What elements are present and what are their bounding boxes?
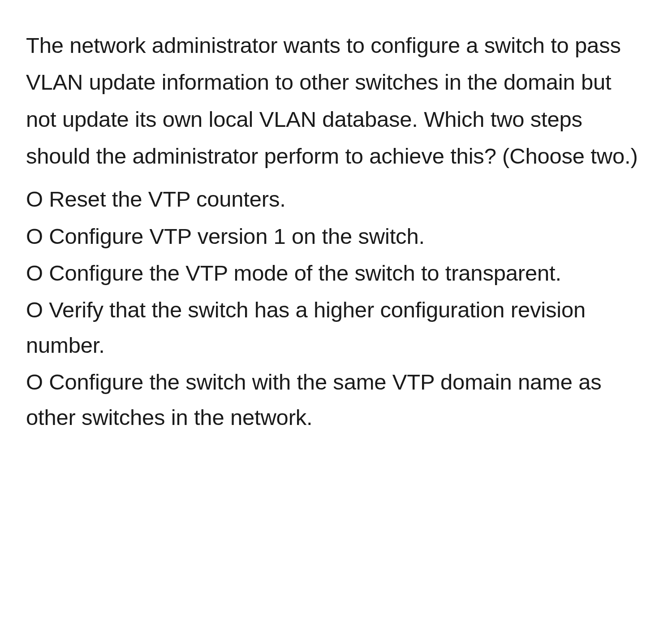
option-label: Configure the VTP mode of the switch to … — [49, 261, 561, 285]
option-item[interactable]: O Configure VTP version 1 on the switch. — [26, 219, 646, 254]
option-label: Reset the VTP counters. — [49, 187, 285, 211]
option-label: Configure the switch with the same VTP d… — [26, 370, 602, 429]
question-text: The network administrator wants to confi… — [26, 27, 646, 174]
option-item[interactable]: O Reset the VTP counters. — [26, 182, 646, 217]
radio-marker-icon: O — [26, 224, 49, 248]
option-item[interactable]: O Verify that the switch has a higher co… — [26, 292, 646, 363]
options-list: O Reset the VTP counters. O Configure VT… — [26, 182, 646, 435]
radio-marker-icon: O — [26, 298, 49, 322]
option-label: Configure VTP version 1 on the switch. — [49, 224, 425, 248]
option-item[interactable]: O Configure the switch with the same VTP… — [26, 364, 646, 435]
radio-marker-icon: O — [26, 370, 49, 394]
option-label: Verify that the switch has a higher conf… — [26, 298, 586, 357]
radio-marker-icon: O — [26, 261, 49, 285]
radio-marker-icon: O — [26, 187, 49, 211]
option-item[interactable]: O Configure the VTP mode of the switch t… — [26, 256, 646, 290]
